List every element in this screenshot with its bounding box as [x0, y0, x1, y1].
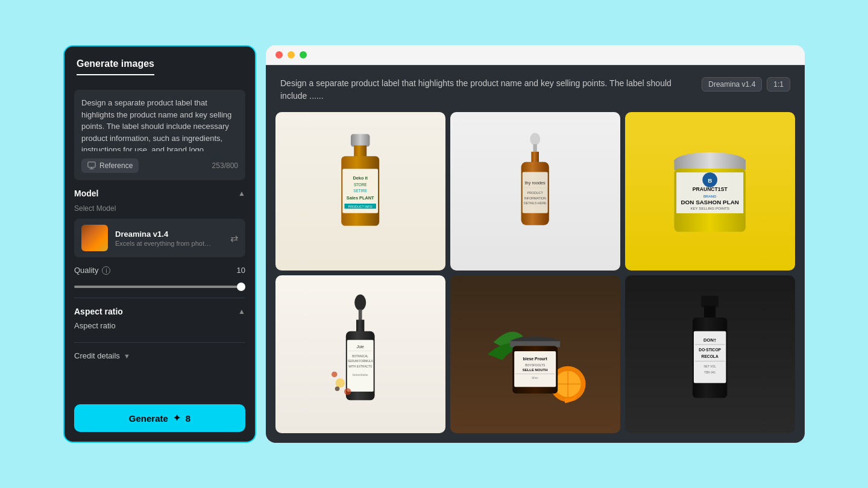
model-chevron-icon: ▲: [238, 189, 245, 198]
prompt-tags: Dreamina v1.4 1:1: [702, 77, 790, 92]
svg-text:biese Prourt: biese Prourt: [523, 357, 548, 361]
svg-text:Sales PLANT: Sales PLANT: [347, 195, 374, 201]
bottle-svg-5: biese Prourt BOYSFOOLTS SELLE NOUTH Mien: [476, 291, 594, 418]
svg-text:WITH EXTRACTS: WITH EXTRACTS: [349, 365, 373, 368]
prompt-input[interactable]: Design a separate product label that hig…: [81, 97, 238, 151]
aspect-section-header[interactable]: Aspect ratio ▲: [74, 307, 245, 316]
svg-text:DO·STICOP: DO·STICOP: [699, 348, 722, 352]
model-section: Model ▲ Select Model Dreamina v1.4 Excel…: [64, 180, 255, 257]
quality-label: Quality: [74, 266, 98, 275]
model-section-title: Model: [74, 189, 98, 198]
model-name: Dreamina v1.4: [115, 230, 223, 239]
svg-rect-3: [351, 134, 370, 147]
model-description: Excels at everything from photorealis...: [115, 240, 212, 247]
textarea-footer: Reference 253/800: [81, 158, 238, 173]
svg-text:RECOLA: RECOLA: [702, 354, 719, 358]
quality-section: Quality i 10: [64, 257, 255, 290]
right-panel: Design a separate product label that hig…: [266, 45, 805, 443]
prompt-bar: Design a separate product label that hig…: [266, 65, 805, 112]
svg-point-13: [530, 133, 541, 146]
svg-rect-35: [356, 319, 364, 332]
generated-image-6[interactable]: DON† DO·STICOP RECOLA NET VOL TBR 041: [625, 275, 795, 434]
svg-text:BOYSFOOLTS: BOYSFOOLTS: [525, 363, 546, 366]
generated-image-5[interactable]: biese Prourt BOYSFOOLTS SELLE NOUTH Mien: [450, 275, 620, 434]
generate-button-label: Generate: [129, 413, 168, 424]
svg-text:TBR 041: TBR 041: [705, 371, 716, 374]
svg-text:SERUM FORMULA: SERUM FORMULA: [348, 360, 374, 363]
svg-text:INFORMATION: INFORMATION: [524, 196, 547, 200]
svg-text:KEY SELLING POINTS: KEY SELLING POINTS: [691, 206, 730, 210]
minimize-dot[interactable]: [288, 51, 295, 58]
svg-text:PRAUNCT1ST: PRAUNCT1ST: [693, 186, 728, 192]
svg-text:PRODUCT: PRODUCT: [527, 192, 544, 195]
svg-point-47: [335, 386, 340, 391]
prompt-container: Design a separate product label that hig…: [74, 90, 245, 180]
svg-text:DON SASHON PLAN: DON SASHON PLAN: [681, 199, 739, 205]
svg-text:SETIRE: SETIRE: [354, 189, 368, 193]
svg-rect-0: [88, 162, 95, 167]
quality-info-icon[interactable]: i: [102, 266, 110, 275]
svg-text:DETAILS HERE: DETAILS HERE: [524, 201, 547, 205]
model-tag: Dreamina v1.4: [702, 77, 762, 92]
panel-header: Generate images: [64, 46, 255, 90]
select-model-label: Select Model: [74, 204, 245, 213]
svg-text:botanilabs: botanilabs: [353, 373, 368, 377]
quality-row: Quality i 10: [74, 266, 245, 275]
close-dot[interactable]: [275, 51, 283, 58]
left-panel: Generate images Design a separate produc…: [63, 45, 256, 443]
generated-image-4[interactable]: Joie BOTANICAL SERUM FORMULA WITH EXTRAC…: [275, 275, 445, 434]
svg-text:B: B: [708, 178, 712, 184]
model-card[interactable]: Dreamina v1.4 Excels at everything from …: [74, 219, 245, 257]
credit-details-label: Credit details: [74, 351, 120, 360]
aspect-chevron-icon: ▲: [238, 307, 245, 316]
reference-icon: [87, 161, 96, 170]
quality-value: 10: [237, 266, 245, 275]
generate-star-icon: ✦: [173, 413, 181, 424]
svg-rect-61: [702, 295, 719, 307]
bottle-svg-6: DON† DO·STICOP RECOLA NET VOL TBR 041: [650, 291, 769, 418]
generated-image-2[interactable]: thy roodes PRODUCT INFORMATION DETAILS H…: [450, 112, 620, 271]
image-grid: Deko it STORE SETIRE Sales PLANT PRODUCT…: [266, 112, 805, 443]
prompt-display: Design a separate product label that hig…: [280, 77, 692, 102]
aspect-ratio-title: Aspect ratio: [74, 307, 123, 316]
generated-image-1[interactable]: Deko it STORE SETIRE Sales PLANT PRODUCT…: [275, 112, 445, 271]
svg-text:Mien: Mien: [532, 377, 539, 380]
generate-button[interactable]: Generate ✦ 8: [74, 404, 245, 432]
model-thumbnail: [81, 225, 108, 251]
svg-text:BRAND: BRAND: [703, 194, 717, 198]
credit-section: Credit details ▼: [64, 343, 255, 364]
quality-slider[interactable]: [74, 286, 245, 288]
credit-details-toggle[interactable]: Credit details ▼: [74, 348, 245, 364]
svg-text:BOTANICAL: BOTANICAL: [353, 355, 369, 358]
app-container: Generate images Design a separate produc…: [63, 45, 805, 443]
ratio-tag: 1:1: [767, 77, 790, 92]
generate-credit-count: 8: [186, 413, 190, 424]
browser-titlebar: [266, 45, 805, 65]
bottle-svg-4: Joie BOTANICAL SERUM FORMULA WITH EXTRAC…: [301, 291, 420, 418]
quality-header: Quality i: [74, 266, 110, 275]
svg-rect-24: [675, 160, 746, 170]
bottle-svg-3: B PRAUNCT1ST BRAND DON SASHON PLAN KEY S…: [650, 128, 769, 254]
svg-text:thy roodes: thy roodes: [525, 181, 546, 186]
svg-text:STORE: STORE: [354, 183, 367, 187]
bottle-svg-2: thy roodes PRODUCT INFORMATION DETAILS H…: [476, 128, 594, 254]
svg-text:DON†: DON†: [703, 337, 716, 343]
aspect-ratio-section: Aspect ratio ▲ Aspect ratio: [64, 298, 255, 335]
svg-rect-34: [359, 309, 362, 321]
generated-image-3[interactable]: B PRAUNCT1ST BRAND DON SASHON PLAN KEY S…: [625, 112, 795, 271]
svg-text:PRODUCT INFO: PRODUCT INFO: [348, 205, 373, 209]
char-count: 253/800: [212, 161, 238, 170]
reference-button[interactable]: Reference: [81, 158, 139, 173]
model-settings-icon[interactable]: ⇄: [230, 233, 238, 244]
maximize-dot[interactable]: [300, 51, 307, 58]
panel-title: Generate images: [77, 58, 154, 75]
svg-point-45: [332, 371, 338, 377]
aspect-ratio-item: Aspect ratio: [74, 316, 245, 335]
svg-text:Joie: Joie: [356, 345, 365, 349]
svg-text:SELLE NOUTH: SELLE NOUTH: [523, 368, 548, 371]
svg-point-44: [336, 378, 345, 387]
svg-rect-15: [532, 152, 539, 163]
browser-content: Design a separate product label that hig…: [266, 65, 805, 443]
svg-point-33: [354, 294, 366, 310]
model-section-header[interactable]: Model ▲: [74, 189, 245, 198]
